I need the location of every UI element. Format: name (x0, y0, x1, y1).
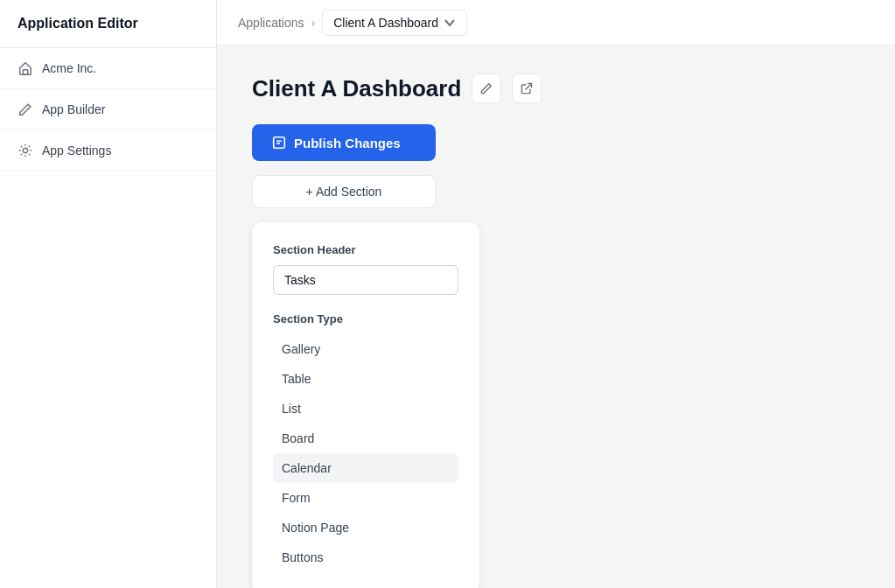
type-list[interactable]: List (273, 394, 458, 424)
type-notion-page[interactable]: Notion Page (273, 513, 458, 542)
topbar: Applications › Client A Dashboard (217, 0, 895, 46)
sidebar-item-app-builder-label: App Builder (42, 102, 105, 116)
type-buttons[interactable]: Buttons (273, 542, 458, 572)
breadcrumb-separator: › (311, 16, 316, 30)
section-type-label: Section Type (273, 312, 458, 326)
svg-rect-0 (23, 70, 27, 74)
type-calendar[interactable]: Calendar (273, 453, 458, 483)
external-link-button[interactable] (512, 74, 542, 103)
type-board[interactable]: Board (273, 424, 458, 453)
edit-icon (479, 81, 493, 95)
sidebar-item-app-builder[interactable]: App Builder (0, 89, 216, 130)
sidebar: Application Editor Acme Inc. App Builder… (0, 0, 217, 588)
add-section-button[interactable]: + Add Section (252, 175, 436, 208)
breadcrumb-applications[interactable]: Applications (238, 16, 304, 30)
pencil-icon (17, 102, 33, 117)
gear-icon (17, 143, 33, 158)
publish-button-label: Publish Changes (294, 136, 401, 150)
svg-point-1 (23, 148, 27, 152)
sidebar-title: Application Editor (0, 0, 216, 48)
svg-rect-2 (274, 137, 285, 149)
section-config-panel: Section Header Section Type Gallery Tabl… (252, 222, 479, 588)
sidebar-item-acme-label: Acme Inc. (42, 61, 96, 75)
page-content: Client A Dashboard Publish Changes + A (217, 46, 895, 588)
breadcrumb-dashboard-label: Client A Dashboard (333, 16, 438, 30)
type-table[interactable]: Table (273, 364, 458, 394)
chevron-down-icon (444, 17, 456, 29)
add-section-button-label: + Add Section (306, 185, 382, 199)
section-type-list: Gallery Table List Board Calendar Form N… (273, 334, 458, 572)
publish-icon (271, 135, 287, 150)
section-header-input[interactable] (273, 265, 458, 295)
breadcrumb-dashboard-dropdown[interactable]: Client A Dashboard (322, 10, 467, 36)
type-form[interactable]: Form (273, 483, 458, 513)
publish-changes-button[interactable]: Publish Changes (252, 124, 436, 161)
page-header: Client A Dashboard (252, 74, 860, 103)
sidebar-item-acme[interactable]: Acme Inc. (0, 48, 216, 89)
external-link-icon (520, 81, 534, 95)
edit-title-button[interactable] (472, 74, 501, 103)
sidebar-item-app-settings[interactable]: App Settings (0, 130, 216, 172)
page-title: Client A Dashboard (252, 75, 461, 102)
type-gallery[interactable]: Gallery (273, 334, 458, 364)
home-icon (17, 60, 33, 76)
main-content: Applications › Client A Dashboard Client… (217, 0, 895, 588)
section-header-label: Section Header (273, 243, 458, 256)
sidebar-item-app-settings-label: App Settings (42, 144, 111, 158)
